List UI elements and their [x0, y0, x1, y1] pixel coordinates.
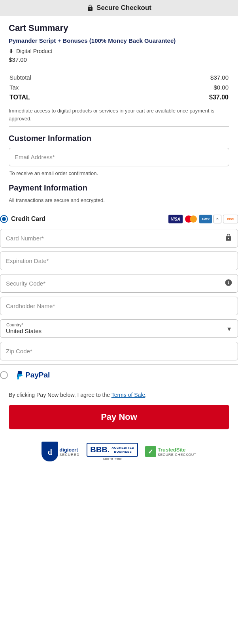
digicert-text: digicert SECURED — [59, 447, 79, 457]
info-icon[interactable] — [225, 278, 232, 288]
credit-card-option-row[interactable]: Credit Card VISA AMEX D DISC — [0, 215, 238, 223]
credit-card-radio[interactable] — [0, 215, 8, 223]
dropdown-arrow-icon: ▼ — [226, 325, 232, 332]
bbb-inner: BBB. ACCREDITED BUSINESS — [87, 443, 138, 457]
product-price: $37.00 — [9, 56, 229, 63]
cart-summary-title: Cart Summary — [9, 23, 229, 33]
customer-info-title: Customer Information — [9, 134, 229, 143]
terms-before: By clicking Pay Now below, I agree to th… — [9, 392, 111, 398]
payment-info-title: Payment Information — [9, 183, 229, 192]
bbb-logo: BBB. — [90, 445, 110, 454]
security-code-input[interactable] — [0, 274, 238, 293]
digital-product-label: Digital Product — [16, 48, 52, 54]
security-code-wrap — [0, 274, 238, 293]
cart-summary-section: Cart Summary Pymander Script + Bonuses (… — [9, 23, 229, 122]
subtotal-label: Subtotal — [9, 73, 125, 82]
card-number-input[interactable] — [0, 229, 238, 248]
payment-subtitle: All transactions are secure and encrypte… — [9, 197, 229, 203]
amex-logo: AMEX — [199, 215, 212, 223]
digicert-shield-icon: d — [42, 442, 58, 461]
bbb-accredited: ACCREDITED — [111, 446, 134, 450]
expiration-input[interactable] — [0, 252, 238, 270]
tax-value: $0.00 — [126, 83, 229, 92]
discover-logo: DISC — [223, 215, 238, 223]
cart-divider-2 — [9, 126, 229, 127]
totals-table: Subtotal $37.00 Tax $0.00 TOTAL $37.00 — [9, 72, 229, 103]
tax-row: Tax $0.00 — [9, 83, 229, 92]
expiration-wrap — [0, 252, 238, 270]
paypal-logo: PayPal — [14, 370, 50, 380]
terms-of-sale-link[interactable]: Terms of Sale — [111, 392, 145, 398]
visa-logo: VISA — [168, 215, 183, 223]
payment-info-section: Payment Information All transactions are… — [9, 183, 229, 203]
cardholder-wrap — [0, 297, 238, 315]
email-note: To receive an email order confirmation. — [9, 170, 229, 176]
cart-divider-1 — [9, 68, 229, 68]
digital-product-row: ⬇ Digital Product — [9, 48, 229, 55]
card-number-wrap — [0, 229, 238, 248]
trusted-site-check-icon: ✓ — [145, 446, 156, 457]
product-name: Pymander Script + Bonuses (100% Money Ba… — [9, 36, 229, 45]
pay-now-button[interactable]: Pay Now — [9, 405, 229, 429]
country-select-field[interactable]: Country* United States ▼ — [0, 319, 238, 338]
trusted-site-inner: ✓ TrustedSite SECURE CHECKOUT — [145, 446, 196, 457]
diners-logo: D — [213, 215, 221, 223]
header-title: Secure Checkout — [96, 4, 151, 12]
paypal-option-row[interactable]: PayPal — [0, 364, 238, 385]
download-icon: ⬇ — [9, 48, 14, 55]
tax-label: Tax — [9, 83, 125, 92]
trust-badges-footer: d digicert SECURED BBB. ACCREDITED BUSIN… — [0, 435, 238, 471]
total-value: $37.00 — [126, 93, 229, 102]
bbb-click-text: Click for Profile — [103, 457, 121, 460]
terms-after: . — [145, 392, 147, 398]
payment-options-section: Credit Card VISA AMEX D DISC — [0, 209, 238, 360]
total-row: TOTAL $37.00 — [9, 93, 229, 102]
zip-code-wrap — [0, 342, 238, 360]
paypal-label: PayPal — [25, 371, 50, 379]
trusted-site-text-col: TrustedSite SECURE CHECKOUT — [158, 447, 196, 457]
country-wrap: Country* United States ▼ — [0, 319, 238, 338]
customer-info-section: Customer Information To receive an email… — [9, 134, 229, 176]
digicert-letter: d — [48, 448, 52, 456]
terms-text: By clicking Pay Now below, I agree to th… — [0, 385, 238, 399]
cardholder-name-input[interactable] — [0, 297, 238, 315]
trusted-site-badge: ✓ TrustedSite SECURE CHECKOUT — [145, 446, 196, 457]
lock-icon — [87, 4, 94, 11]
bbb-text-col: ACCREDITED BUSINESS — [111, 446, 134, 453]
trusted-site-checkout: SECURE CHECKOUT — [158, 453, 196, 457]
trusted-site-name: TrustedSite — [158, 447, 196, 453]
digicert-secured: SECURED — [59, 453, 79, 457]
paypal-icon — [14, 370, 24, 380]
digicert-badge: d digicert SECURED — [42, 442, 79, 461]
subtotal-row: Subtotal $37.00 — [9, 73, 229, 82]
bbb-badge: BBB. ACCREDITED BUSINESS Click for Profi… — [87, 443, 138, 460]
email-field-wrap — [9, 148, 229, 166]
credit-card-label: Credit Card — [11, 215, 45, 223]
digicert-name: digicert — [59, 447, 79, 453]
digicert-outer: d digicert SECURED — [42, 442, 79, 461]
email-input[interactable] — [9, 148, 229, 166]
subtotal-value: $37.00 — [126, 73, 229, 82]
country-value: United States — [6, 322, 222, 334]
secure-checkout-header: Secure Checkout — [0, 0, 238, 16]
bbb-business: BUSINESS — [111, 450, 134, 454]
total-label: TOTAL — [9, 93, 125, 102]
zip-code-input[interactable] — [0, 342, 238, 360]
card-logos: VISA AMEX D DISC — [168, 215, 238, 223]
mastercard-logo — [184, 215, 198, 223]
paypal-radio[interactable] — [0, 371, 8, 379]
card-lock-icon — [225, 233, 232, 243]
access-note: Immediate access to digital products or … — [9, 107, 229, 122]
